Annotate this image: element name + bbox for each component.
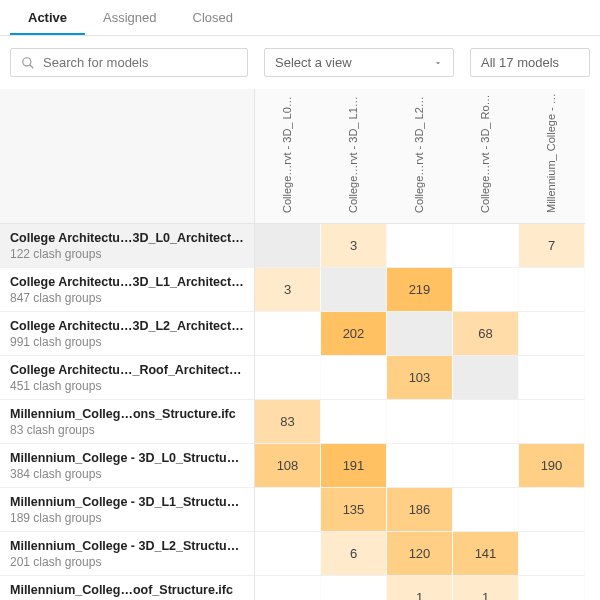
- models-filter[interactable]: All 17 models: [470, 48, 590, 77]
- matrix-cell: [519, 488, 585, 531]
- row-header[interactable]: Millennium_Colleg…ons_Structure.ifc83 cl…: [0, 400, 254, 444]
- tab-closed[interactable]: Closed: [175, 0, 251, 35]
- cells-row: 6120141: [255, 532, 585, 576]
- row-header[interactable]: Millennium_College - 3D_L0_Structure.ifc…: [0, 444, 254, 488]
- matrix-cell: [519, 532, 585, 575]
- matrix-cell: [255, 576, 321, 600]
- matrix-cell[interactable]: 6: [321, 532, 387, 575]
- tab-active[interactable]: Active: [10, 0, 85, 35]
- matrix-cell: [255, 532, 321, 575]
- cells-row: 103: [255, 356, 585, 400]
- matrix-cell: [519, 312, 585, 355]
- matrix-cell[interactable]: 103: [387, 356, 453, 399]
- column-headers: College…rvt - 3D_ L0_ArchitectureCollege…: [255, 89, 585, 224]
- column-header[interactable]: College…rvt - 3D_ L1_Architecture: [321, 89, 387, 223]
- matrix-cell[interactable]: 135: [321, 488, 387, 531]
- row-subtitle: 122 clash groups: [10, 247, 244, 261]
- cells-row: 11: [255, 576, 585, 600]
- models-filter-label: All 17 models: [481, 55, 559, 70]
- matrix-cell: [255, 312, 321, 355]
- matrix-cell: [519, 356, 585, 399]
- row-title: College Architectu…_Roof_Architecture: [10, 363, 244, 377]
- matrix-cell[interactable]: 68: [453, 312, 519, 355]
- column-header[interactable]: College…rvt - 3D_ Roof_Architecture: [453, 89, 519, 223]
- column-header[interactable]: College…rvt - 3D_ L0_Architecture: [255, 89, 321, 223]
- matrix-cell: [453, 488, 519, 531]
- matrix-cell[interactable]: 186: [387, 488, 453, 531]
- view-select-label: Select a view: [275, 55, 352, 70]
- search-icon: [21, 56, 35, 70]
- column-header-label: College…rvt - 3D_ L1_Architecture: [347, 93, 361, 213]
- row-subtitle: 451 clash groups: [10, 379, 244, 393]
- matrix-cell[interactable]: 1: [453, 576, 519, 600]
- search-box[interactable]: [10, 48, 248, 77]
- row-title: College Architectu…3D_L2_Architecture: [10, 319, 244, 333]
- matrix-cell: [255, 488, 321, 531]
- row-header[interactable]: Millennium_College - 3D_L1_Structure.ifc…: [0, 488, 254, 532]
- matrix-cell: [453, 224, 519, 267]
- matrix-cell: [387, 312, 453, 355]
- column-header-label: College…rvt - 3D_ Roof_Architecture: [479, 93, 493, 213]
- matrix-cell: [255, 224, 321, 267]
- row-subtitle: 83 clash groups: [10, 423, 244, 437]
- cells-row: 108191190: [255, 444, 585, 488]
- row-subtitle: 189 clash groups: [10, 511, 244, 525]
- cells-row: 20268: [255, 312, 585, 356]
- row-headers: College Architectu…3D_L0_Architecture122…: [0, 89, 255, 600]
- matrix-cell: [519, 400, 585, 443]
- column-header-label: College…rvt - 3D_ L2_Architecture: [413, 93, 427, 213]
- matrix-cell: [387, 444, 453, 487]
- svg-point-0: [23, 57, 31, 65]
- chevron-down-icon: [433, 58, 443, 68]
- column-header[interactable]: Millennium_ College - 3D_ Foundat…cture.…: [519, 89, 585, 223]
- matrix-cell: [519, 576, 585, 600]
- column-header-label: Millennium_ College - 3D_ Foundat…cture.…: [545, 93, 559, 213]
- matrix-cell: [255, 356, 321, 399]
- row-subtitle: 384 clash groups: [10, 467, 244, 481]
- matrix-cell[interactable]: 83: [255, 400, 321, 443]
- matrix-cell: [387, 400, 453, 443]
- matrix-cell[interactable]: 108: [255, 444, 321, 487]
- matrix-cell: [453, 356, 519, 399]
- cells-row: 135186: [255, 488, 585, 532]
- cells-row: 3219: [255, 268, 585, 312]
- matrix-cell[interactable]: 3: [321, 224, 387, 267]
- row-header[interactable]: Millennium_Colleg…oof_Structure.ifc1 cla…: [0, 576, 254, 600]
- matrix-cell[interactable]: 141: [453, 532, 519, 575]
- matrix-cell[interactable]: 120: [387, 532, 453, 575]
- row-title: College Architectu…3D_L0_Architecture: [10, 231, 244, 245]
- tabs: Active Assigned Closed: [0, 0, 600, 36]
- matrix-cell[interactable]: 202: [321, 312, 387, 355]
- matrix-cell: [453, 444, 519, 487]
- matrix-cell[interactable]: 190: [519, 444, 585, 487]
- clash-matrix: College Architectu…3D_L0_Architecture122…: [0, 89, 600, 600]
- matrix-cell[interactable]: 7: [519, 224, 585, 267]
- matrix-cell: [321, 400, 387, 443]
- row-header[interactable]: College Architectu…3D_L2_Architecture991…: [0, 312, 254, 356]
- column-header-label: College…rvt - 3D_ L0_Architecture: [281, 93, 295, 213]
- matrix-grid: College…rvt - 3D_ L0_ArchitectureCollege…: [255, 89, 585, 600]
- row-title: Millennium_College - 3D_L2_Structure.ifc: [10, 539, 244, 553]
- matrix-cell: [321, 356, 387, 399]
- row-title: Millennium_Colleg…ons_Structure.ifc: [10, 407, 244, 421]
- row-header[interactable]: Millennium_College - 3D_L2_Structure.ifc…: [0, 532, 254, 576]
- matrix-cell[interactable]: 219: [387, 268, 453, 311]
- search-input[interactable]: [43, 55, 237, 70]
- matrix-corner: [0, 89, 254, 224]
- row-subtitle: 201 clash groups: [10, 555, 244, 569]
- row-header[interactable]: College Architectu…3D_L1_Architecture847…: [0, 268, 254, 312]
- column-header[interactable]: College…rvt - 3D_ L2_Architecture: [387, 89, 453, 223]
- matrix-cell[interactable]: 3: [255, 268, 321, 311]
- row-title: Millennium_College - 3D_L0_Structure.ifc: [10, 451, 244, 465]
- matrix-cell: [321, 576, 387, 600]
- controls-bar: Select a view All 17 models: [0, 36, 600, 89]
- row-header[interactable]: College Architectu…3D_L0_Architecture122…: [0, 224, 254, 268]
- matrix-cell: [453, 268, 519, 311]
- cells-row: 37: [255, 224, 585, 268]
- view-select[interactable]: Select a view: [264, 48, 454, 77]
- tab-assigned[interactable]: Assigned: [85, 0, 174, 35]
- matrix-cell[interactable]: 191: [321, 444, 387, 487]
- matrix-cell[interactable]: 1: [387, 576, 453, 600]
- svg-line-1: [30, 64, 34, 68]
- row-header[interactable]: College Architectu…_Roof_Architecture451…: [0, 356, 254, 400]
